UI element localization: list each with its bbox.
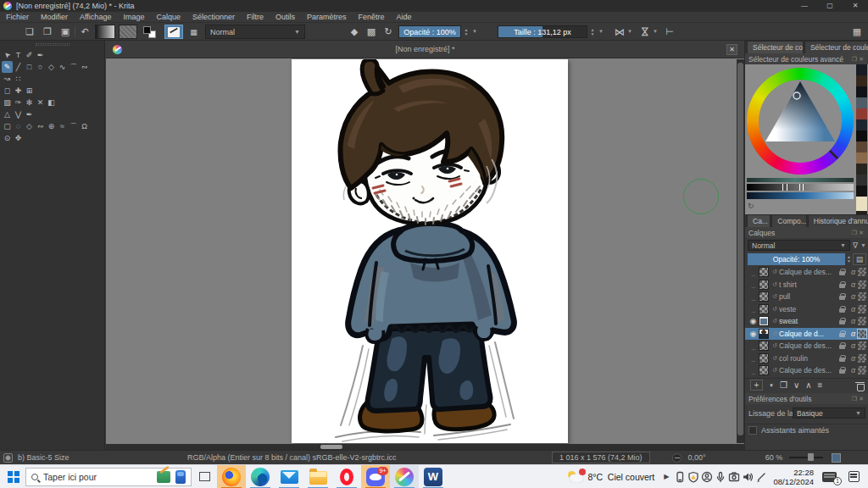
inherit-alpha-icon[interactable]: α <box>849 292 858 301</box>
menu-slectionner[interactable]: Sélectionner <box>186 12 241 23</box>
edit-shapes-tool[interactable]: ✐ <box>24 49 35 61</box>
history-swatch[interactable] <box>856 175 867 186</box>
alpha-lock-icon[interactable] <box>858 341 866 350</box>
similar-select-tool[interactable]: ≈ <box>57 120 68 132</box>
value-gradient-bar[interactable] <box>747 184 854 191</box>
weather-widget[interactable]: 8°C Ciel couvert <box>567 470 654 484</box>
workspace-chooser-button[interactable]: ▦ <box>849 25 865 39</box>
size-spinner[interactable]: ▲▼ <box>588 25 597 38</box>
security-shield-icon[interactable] <box>687 465 700 488</box>
menu-affichage[interactable]: Affichage <box>74 12 117 23</box>
gradient-tool[interactable]: ▨ <box>2 97 13 108</box>
layer-row[interactable]: ⌒↺t shirtα <box>745 279 868 291</box>
history-swatch[interactable] <box>856 197 867 211</box>
fill-tool[interactable]: ◧ <box>46 97 57 108</box>
menu-image[interactable]: Image <box>117 12 150 23</box>
task-view-button[interactable] <box>192 465 217 488</box>
layer-row[interactable]: ⌒↺col roulinα <box>745 352 868 365</box>
layer-hidden-eye-icon[interactable]: ⌒ <box>748 292 759 302</box>
layer-hidden-eye-icon[interactable]: ⌒ <box>748 304 759 313</box>
canvas-vertical-scrollbar[interactable] <box>737 59 744 443</box>
toolbox-drag-handle[interactable] <box>36 43 70 46</box>
rectangle-tool[interactable]: □ <box>24 61 35 73</box>
history-swatch[interactable] <box>856 97 867 108</box>
alpha-lock-icon[interactable] <box>858 280 866 289</box>
ellipse-select-tool[interactable]: ◌ <box>13 120 24 132</box>
tab-specific-color-selector[interactable]: Sélecteur de coule... <box>804 41 868 53</box>
opacity-spinner[interactable]: ▲▼ <box>462 25 470 38</box>
close-docker-icon[interactable]: ✕ <box>859 230 865 236</box>
polyline-tool[interactable]: ∿ <box>57 61 68 73</box>
freehand-brush-tool[interactable]: ✎ <box>2 61 13 73</box>
alpha-lock-icon[interactable] <box>858 354 866 363</box>
menu-fichier[interactable]: Fichier <box>0 12 35 23</box>
snap-settings-button[interactable]: ⊢ <box>663 25 676 39</box>
layer-opacity-slider[interactable]: Opacité: 100% <box>748 253 845 265</box>
canvas-horizontal-scrollbar[interactable] <box>106 444 744 450</box>
history-swatch[interactable] <box>856 108 867 119</box>
menu-paramtres[interactable]: Paramètres <box>301 12 353 23</box>
blend-mode-combobox[interactable]: Normal▼ <box>205 25 305 39</box>
move-tool[interactable]: ✚ <box>13 85 24 97</box>
layer-row[interactable]: ⌒↺Calque de des...α <box>745 266 868 279</box>
menu-calque[interactable]: Calque <box>150 12 186 23</box>
chevron-down-icon[interactable]: ▼ <box>860 242 866 248</box>
pattern-chooser[interactable] <box>119 25 137 39</box>
layer-hidden-eye-icon[interactable]: ⌒ <box>748 280 759 289</box>
lock-icon[interactable] <box>839 281 845 288</box>
layer-row[interactable]: ⌒↺Calque de des...α <box>745 364 868 377</box>
delete-layer-button[interactable] <box>856 381 864 390</box>
foreground-background-colors[interactable] <box>142 25 159 39</box>
horizontal-mirror-button[interactable]: ⋈ <box>612 25 627 39</box>
calligraphy-tool[interactable]: ✒ <box>35 49 46 61</box>
dynamic-brush-tool[interactable]: ↝ <box>2 73 13 85</box>
brush-size-slider[interactable]: Taille : 131,12 px <box>498 25 587 38</box>
chevron-down-icon[interactable]: ▼ <box>472 29 477 34</box>
assistants-tool[interactable]: △ <box>2 108 13 120</box>
lock-icon[interactable] <box>839 367 845 374</box>
phone-icon[interactable] <box>673 465 687 488</box>
taskbar-app-opera[interactable] <box>332 465 361 488</box>
lock-icon[interactable] <box>839 342 845 349</box>
alpha-lock-icon[interactable] <box>858 317 866 325</box>
menu-filtre[interactable]: Filtre <box>241 12 270 23</box>
eraser-mode-button[interactable]: ◆ <box>348 25 361 39</box>
freehand-select-tool[interactable]: ∾ <box>35 120 46 132</box>
ellipse-tool[interactable]: ○ <box>35 61 46 73</box>
minimize-button[interactable]: — <box>792 0 817 12</box>
pen-icon[interactable] <box>754 465 768 488</box>
advanced-color-selector[interactable]: ↻ <box>745 64 868 214</box>
history-swatch[interactable] <box>856 86 867 97</box>
history-swatch[interactable] <box>856 164 867 175</box>
bezier-curve-tool[interactable]: ⌒ <box>68 61 79 73</box>
lock-icon[interactable] <box>839 269 845 275</box>
chevron-down-icon[interactable]: ▼ <box>627 29 632 34</box>
hidden-icons-chevron[interactable]: ▶ <box>664 473 669 480</box>
snap-to-assistants-checkbox[interactable] <box>748 426 757 435</box>
maximize-button[interactable]: ▢ <box>817 0 843 12</box>
contiguous-select-tool[interactable]: ⊛ <box>46 120 57 132</box>
history-swatch[interactable] <box>856 152 867 164</box>
layer-hidden-eye-icon[interactable]: ⌒ <box>748 366 759 375</box>
inherit-alpha-icon[interactable]: α <box>849 317 858 325</box>
document-close-button[interactable]: ✕ <box>726 44 737 55</box>
preserve-alpha-button[interactable]: ▩ <box>364 25 378 39</box>
taskbar-app-file-explorer[interactable] <box>303 465 332 488</box>
new-document-button[interactable]: ❏ <box>22 25 37 39</box>
crop-tool[interactable]: ⊞ <box>24 85 35 97</box>
saturation-value-triangle[interactable] <box>747 68 854 175</box>
history-swatch[interactable] <box>856 130 867 141</box>
close-button[interactable]: ✕ <box>843 0 868 12</box>
menu-modifier[interactable]: Modifier <box>35 12 74 23</box>
float-docker-icon[interactable]: ❐ <box>852 396 859 402</box>
lock-icon[interactable] <box>839 306 845 313</box>
layer-row[interactable]: ⌒↺Calque de des...α <box>745 340 868 352</box>
vertical-mirror-button[interactable]: ⋈ <box>638 25 653 40</box>
taskbar-app-mail[interactable] <box>275 465 303 488</box>
history-swatch[interactable] <box>856 75 867 86</box>
zoom-fit-icon[interactable] <box>832 453 841 463</box>
opacity-slider[interactable]: Opacité : 100% <box>398 25 461 38</box>
layer-row[interactable]: ◉↺sweatα <box>745 315 868 328</box>
multibrush-tool[interactable]: ∷ <box>13 73 24 85</box>
float-docker-icon[interactable]: ❐ <box>852 230 859 236</box>
